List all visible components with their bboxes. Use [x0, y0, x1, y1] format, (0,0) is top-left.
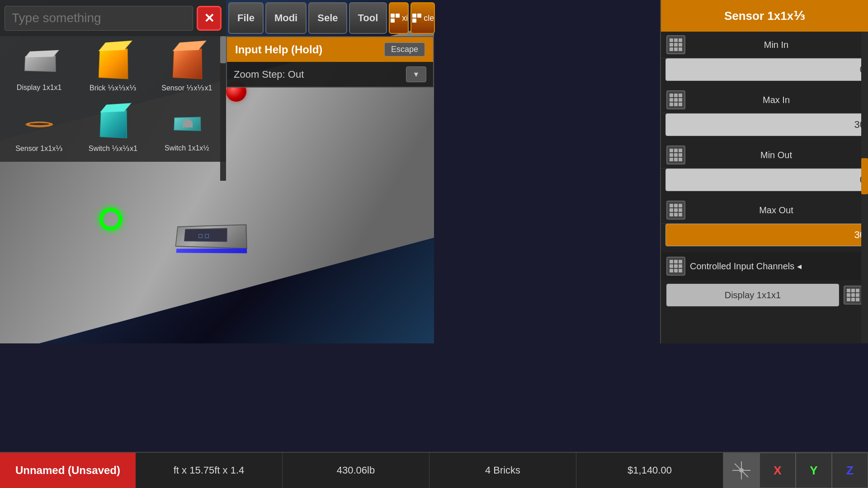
- svg-rect-3: [412, 14, 416, 18]
- tool-button[interactable]: Tool: [349, 2, 387, 34]
- max-out-grid-icon[interactable]: [666, 201, 685, 220]
- svg-rect-2: [391, 19, 395, 23]
- right-scrollbar-thumb: [861, 158, 868, 194]
- zoom-label: Zoom Step: Out: [234, 69, 304, 80]
- item-grid: Display 1x1x1 Brick ⅓x⅓x⅓ Sensor ⅓x⅓x1 S…: [0, 36, 226, 162]
- controlled-channels-grid-icon[interactable]: [666, 257, 685, 276]
- x-axis-label: X: [774, 464, 781, 478]
- switch-small-icon: [164, 106, 209, 142]
- axis-x-button[interactable]: X: [760, 453, 796, 488]
- min-out-label: Min Out: [690, 150, 863, 160]
- sensor-third-icon: [164, 45, 209, 81]
- brick-icon: [90, 45, 136, 81]
- right-panel: Sensor 1x1x⅓ Min In Max In: [660, 0, 868, 343]
- max-out-row: Max Out: [661, 197, 868, 224]
- input-help-title: Input Help (Hold): [235, 43, 322, 56]
- display-icon: [17, 45, 62, 81]
- svg-point-9: [739, 468, 744, 473]
- max-out-input[interactable]: [665, 224, 868, 246]
- right-panel-scrollbar[interactable]: [861, 32, 868, 343]
- controlled-channels-label: Controlled Input Channels ◂: [690, 261, 863, 272]
- grid-item-switch-1x1[interactable]: Switch 1x1x½: [152, 101, 222, 157]
- min-in-section: Min In: [661, 32, 868, 87]
- zoom-dropdown[interactable]: ▼: [406, 66, 426, 82]
- controlled-channels-row: Controlled Input Channels ◂: [661, 252, 868, 280]
- axis-buttons: X Y Z: [723, 453, 868, 488]
- switch-1x1-label: Switch 1x1x½: [165, 144, 209, 152]
- bricks-display: 4 Bricks: [429, 453, 576, 488]
- input-help-panel: Input Help (Hold) Escape Zoom Step: Out …: [226, 36, 434, 88]
- min-out-row: Min Out: [661, 142, 868, 169]
- z-axis-label: Z: [846, 464, 854, 478]
- select-button[interactable]: Sele: [308, 2, 347, 34]
- svg-rect-4: [417, 14, 421, 18]
- display-connected-input[interactable]: [666, 284, 839, 306]
- escape-button[interactable]: Escape: [384, 42, 425, 56]
- dimensions-display: ft x 15.75ft x 1.4: [136, 453, 283, 488]
- zoom-row: Zoom Step: Out ▼: [227, 62, 433, 87]
- svg-rect-0: [391, 14, 395, 18]
- grid-item-sensor-third[interactable]: Sensor ⅓x⅓x1: [152, 41, 222, 97]
- project-name[interactable]: Unnamed (Unsaved): [0, 453, 136, 488]
- min-in-label: Min In: [690, 40, 863, 50]
- modify-button[interactable]: Modi: [265, 2, 307, 34]
- search-input[interactable]: [5, 6, 193, 31]
- axis-z-button[interactable]: Z: [832, 453, 868, 488]
- right-panel-title: Sensor 1x1x⅓: [724, 9, 805, 23]
- switch-third-label: Switch ⅓x⅓x1: [89, 144, 137, 153]
- sensor-third-label: Sensor ⅓x⅓x1: [161, 84, 212, 92]
- xi-button[interactable]: xi: [389, 2, 409, 34]
- min-in-input[interactable]: [665, 58, 868, 81]
- switch-third-icon: [90, 106, 136, 142]
- min-in-grid-icon[interactable]: [666, 35, 685, 54]
- axis-all-button[interactable]: [723, 453, 760, 488]
- y-axis-label: Y: [810, 464, 817, 478]
- grid-item-display[interactable]: Display 1x1x1: [5, 41, 74, 97]
- toolbar: File Modi Sele Tool xi cle: [226, 0, 434, 36]
- max-in-label: Max In: [690, 95, 863, 105]
- xi-icon: [390, 13, 401, 23]
- min-out-grid-icon[interactable]: [666, 145, 685, 164]
- min-out-section: Min Out: [661, 142, 868, 197]
- axis-all-icon: [730, 459, 753, 482]
- max-out-section: Max Out: [661, 197, 868, 252]
- max-in-grid-icon[interactable]: [666, 90, 685, 109]
- file-button[interactable]: File: [228, 2, 264, 34]
- input-help-header: Input Help (Hold) Escape: [227, 37, 433, 62]
- max-in-row: Max In: [661, 87, 868, 113]
- display-connected-row: [661, 280, 868, 310]
- weight-display: 430.06lb: [283, 453, 429, 488]
- min-out-input[interactable]: [665, 169, 868, 191]
- max-in-section: Max In: [661, 87, 868, 142]
- sensor-green-ring: [99, 208, 122, 230]
- cost-display: $1,140.00: [576, 453, 723, 488]
- scrollbar-thumb: [220, 36, 226, 63]
- sensor-1x1-label: Sensor 1x1x⅓: [15, 144, 63, 153]
- status-bar: Unnamed (Unsaved) ft x 15.75ft x 1.4 430…: [0, 452, 868, 488]
- cle-icon: [411, 13, 422, 23]
- axis-y-button[interactable]: Y: [796, 453, 832, 488]
- right-panel-header: Sensor 1x1x⅓: [661, 0, 868, 32]
- sensor-ring-icon: [17, 106, 62, 142]
- max-in-input[interactable]: [665, 113, 868, 136]
- display-label: Display 1x1x1: [17, 84, 62, 92]
- brick-label: Brick ⅓x⅓x⅓: [90, 84, 137, 92]
- item-panel-scrollbar[interactable]: [220, 36, 226, 181]
- svg-rect-5: [412, 19, 416, 23]
- display-object: ☐☐: [172, 225, 244, 253]
- search-panel: ✕: [0, 0, 226, 36]
- grid-item-switch-third[interactable]: Switch ⅓x⅓x1: [78, 101, 147, 157]
- display-connected-grid-icon[interactable]: [844, 286, 863, 305]
- close-button[interactable]: ✕: [197, 6, 222, 31]
- grid-item-sensor-1x1[interactable]: Sensor 1x1x⅓: [5, 101, 74, 157]
- min-in-row: Min In: [661, 32, 868, 58]
- cle-button[interactable]: cle: [410, 2, 435, 34]
- max-out-label: Max Out: [690, 205, 863, 216]
- svg-rect-1: [396, 14, 400, 18]
- grid-item-brick[interactable]: Brick ⅓x⅓x⅓: [78, 41, 147, 97]
